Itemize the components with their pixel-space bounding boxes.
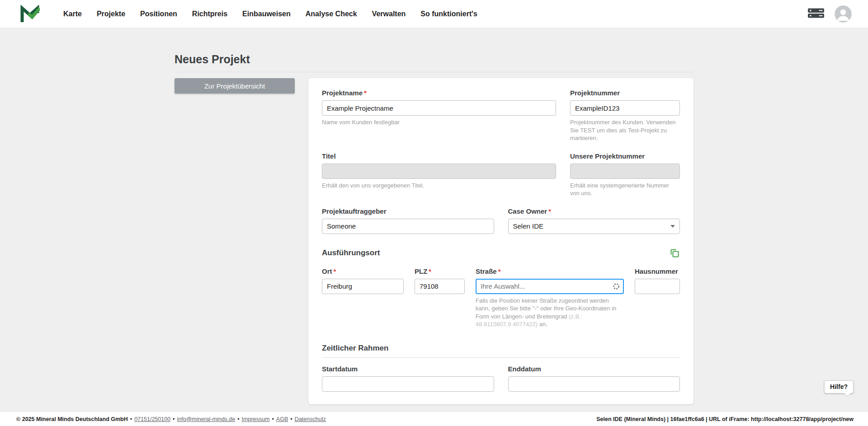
- field-titel: Titel Erhält den von uns vorgegebenen Ti…: [322, 152, 556, 197]
- nav-item-verwalten[interactable]: Verwalten: [372, 10, 406, 18]
- plz-input[interactable]: [415, 279, 465, 294]
- projektname-label: Projektname*: [322, 89, 556, 97]
- chevron-down-icon: [670, 225, 675, 228]
- nav-item-einbauweisen[interactable]: Einbauweisen: [242, 10, 291, 18]
- field-case-owner: Case Owner* Selen IDE: [508, 207, 680, 234]
- footer: © 2025 Mineral Minds Deutschland GmbH • …: [0, 412, 868, 426]
- title-divider: [175, 72, 693, 72]
- field-projektauftraggeber: Projektauftraggeber: [322, 207, 494, 234]
- footer-phone-link[interactable]: 07151/250100: [134, 416, 170, 422]
- nav-item-so-funktionierts[interactable]: So funktioniert's: [420, 10, 477, 18]
- titel-helper: Erhält den von uns vorgegebenen Titel.: [322, 182, 556, 190]
- field-unsere-projektnummer: Unsere Projektnummer Erhält eine systemg…: [570, 152, 680, 197]
- required-asterisk: *: [498, 267, 501, 275]
- nav-item-karte[interactable]: Karte: [63, 10, 82, 18]
- section-title-zeitlicher-rahmen: Zeitlicher Rahmen: [322, 344, 388, 353]
- nav-item-positionen[interactable]: Positionen: [140, 10, 177, 18]
- strasse-helper: Falls die Position keiner Straße zugeord…: [476, 297, 624, 328]
- project-overview-button[interactable]: Zur Projektübersicht: [175, 78, 295, 94]
- help-button[interactable]: Hilfe?: [824, 380, 854, 393]
- section-divider: [322, 357, 680, 358]
- field-strasse: Straße* Falls die Position keiner Straße…: [476, 267, 624, 328]
- startdatum-input[interactable]: [322, 376, 494, 392]
- field-projektnummer: Projektnummer Projektnummer des Kunden. …: [570, 89, 680, 142]
- startdatum-label: Startdatum: [322, 365, 494, 373]
- unsere-projektnummer-label: Unsere Projektnummer: [570, 152, 680, 160]
- unsere-projektnummer-helper: Erhält eine systemgenerierte Nummer von …: [570, 182, 680, 197]
- field-enddatum: Enddatum: [508, 365, 680, 392]
- footer-impressum-link[interactable]: Impressum: [242, 416, 270, 422]
- nav-item-analyse-check[interactable]: Analyse Check: [306, 10, 357, 18]
- section-title-ausfuehrungsort: Ausführungsort: [322, 248, 380, 257]
- hausnummer-input[interactable]: [635, 279, 680, 294]
- field-hausnummer: Hausnummer: [635, 267, 680, 328]
- user-avatar-icon[interactable]: [835, 5, 852, 23]
- ort-input[interactable]: [322, 279, 404, 294]
- mineral-minds-logo-icon[interactable]: [20, 5, 40, 23]
- case-owner-select[interactable]: Selen IDE: [508, 219, 680, 234]
- enddatum-input[interactable]: [508, 376, 680, 392]
- main-content: Neues Projekt Zur Projektübersicht Proje…: [175, 28, 693, 423]
- required-asterisk: *: [548, 207, 551, 215]
- required-asterisk: *: [429, 267, 431, 275]
- nav-item-richtpreis[interactable]: Richtpreis: [192, 10, 227, 18]
- field-ort: Ort*: [322, 267, 404, 328]
- plz-label: PLZ*: [415, 267, 465, 276]
- nav-item-projekte[interactable]: Projekte: [97, 10, 125, 18]
- field-startdatum: Startdatum: [322, 365, 494, 392]
- projektname-input[interactable]: [322, 100, 556, 116]
- projektauftraggeber-label: Projektauftraggeber: [322, 207, 494, 215]
- footer-session-info: Selen IDE (Mineral Minds) | 16fae1ffc6a6…: [596, 416, 854, 422]
- top-navigation: Karte Projekte Positionen Richtpreis Ein…: [0, 0, 868, 28]
- strasse-input[interactable]: [476, 279, 624, 294]
- ort-label: Ort*: [322, 267, 404, 276]
- field-plz: PLZ*: [415, 267, 465, 328]
- case-owner-value: Selen IDE: [513, 222, 544, 230]
- footer-email-link[interactable]: info@mineral-minds.de: [177, 416, 236, 422]
- titel-label: Titel: [322, 152, 556, 160]
- loading-spinner-icon: [613, 283, 620, 290]
- projektnummer-input[interactable]: [570, 100, 680, 116]
- footer-copyright: © 2025 Mineral Minds Deutschland GmbH: [16, 416, 128, 422]
- footer-datenschutz-link[interactable]: Datenschutz: [295, 416, 326, 422]
- strasse-label: Straße*: [476, 267, 624, 276]
- server-icon[interactable]: [807, 7, 825, 21]
- required-asterisk: *: [364, 89, 367, 97]
- projektnummer-label: Projektnummer: [570, 89, 680, 97]
- case-owner-label: Case Owner*: [508, 207, 680, 215]
- projektnummer-helper: Projektnummer des Kunden. Verwenden Sie …: [570, 118, 680, 142]
- new-project-form-card: Projektname* Name vom Kunden festlegbar …: [308, 78, 693, 404]
- main-menu: Karte Projekte Positionen Richtpreis Ein…: [63, 10, 477, 18]
- footer-agb-link[interactable]: AGB: [276, 416, 288, 422]
- field-projektname: Projektname* Name vom Kunden festlegbar: [322, 89, 556, 142]
- page-title: Neues Projekt: [175, 53, 693, 66]
- required-asterisk: *: [334, 267, 336, 275]
- projektname-helper: Name vom Kunden festlegbar: [322, 118, 556, 126]
- unsere-projektnummer-input: [570, 164, 680, 179]
- titel-input: [322, 164, 556, 179]
- copy-icon[interactable]: [669, 248, 680, 258]
- enddatum-label: Enddatum: [508, 365, 680, 373]
- projektauftraggeber-input[interactable]: [322, 219, 494, 234]
- hausnummer-label: Hausnummer: [635, 267, 680, 276]
